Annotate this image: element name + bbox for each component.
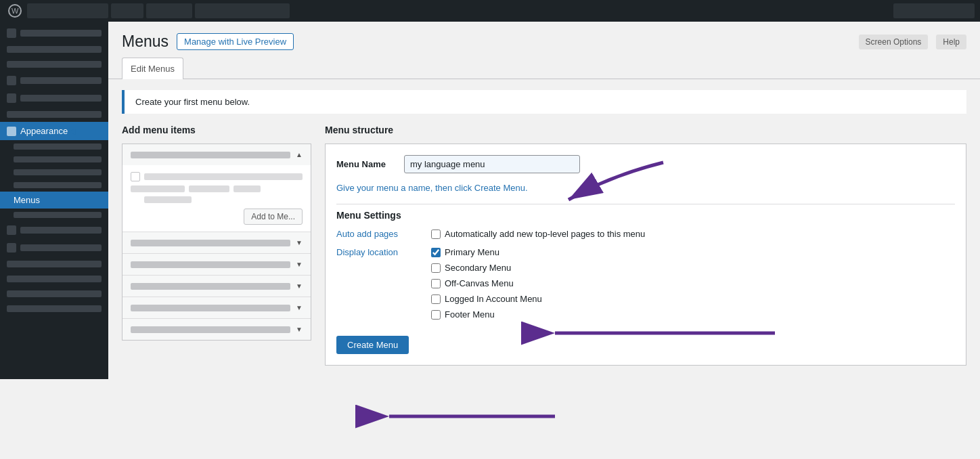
sidebar-icon-7 bbox=[7, 225, 16, 235]
sub-label-3 bbox=[14, 169, 102, 175]
location-offcanvas-row: Off-Canvas Menu bbox=[431, 278, 542, 288]
location-footer-row: Footer Menu bbox=[431, 309, 542, 320]
location-loggedin-row: Logged In Account Menu bbox=[431, 294, 542, 304]
collapse-arrow: ◀ bbox=[69, 127, 75, 136]
accordion-arrow-4: ▼ bbox=[296, 282, 303, 290]
accordion-arrow-2: ▼ bbox=[296, 239, 303, 246]
add-menu-title: Add menu items bbox=[122, 125, 311, 135]
sidebar-item-5[interactable] bbox=[0, 89, 108, 107]
acc1-sub4 bbox=[144, 196, 192, 203]
screen-options-button[interactable]: Screen Options bbox=[859, 35, 929, 49]
accordion-3: ▼ bbox=[122, 254, 311, 276]
sidebar-label-8 bbox=[20, 244, 102, 251]
hint-text: Give your menu a name, then click Create… bbox=[336, 183, 955, 193]
accordion-6: ▼ bbox=[122, 319, 311, 340]
location-footer-checkbox[interactable] bbox=[431, 310, 441, 320]
display-location-label: Display location bbox=[336, 247, 431, 257]
sidebar-sub-5[interactable] bbox=[0, 209, 108, 221]
notice-text: Create your first menu below. bbox=[135, 97, 250, 107]
left-panel: Add menu items ▲ bbox=[122, 125, 311, 366]
accordion-header-2[interactable]: ▼ bbox=[122, 232, 311, 253]
acc1-sub3 bbox=[233, 185, 261, 192]
auto-add-checkbox[interactable] bbox=[431, 230, 441, 239]
sidebar-icon-1 bbox=[7, 28, 16, 38]
accordion-header-1[interactable]: ▲ bbox=[122, 144, 311, 165]
accordion-5: ▼ bbox=[122, 297, 311, 319]
sidebar-item-appearance[interactable]: Appearance ◀ bbox=[0, 122, 108, 140]
sidebar-item-6[interactable] bbox=[0, 107, 108, 122]
sidebar-label-9 bbox=[7, 261, 102, 267]
location-secondary-checkbox[interactable] bbox=[431, 263, 441, 273]
sidebar-item-2[interactable] bbox=[0, 42, 108, 57]
wp-logo[interactable]: W bbox=[5, 1, 24, 20]
sub-label-4 bbox=[14, 182, 102, 188]
notice-banner: Create your first menu below. bbox=[122, 90, 966, 114]
sidebar-item-12[interactable] bbox=[0, 301, 108, 316]
content-area: Menus Manage with Live Preview Screen Op… bbox=[108, 22, 980, 379]
svg-text:W: W bbox=[12, 7, 19, 15]
accordion-4: ▼ bbox=[122, 276, 311, 297]
location-offcanvas-label: Off-Canvas Menu bbox=[445, 278, 514, 288]
main-layout: Appearance ◀ Menus bbox=[0, 22, 980, 379]
sidebar-item-1[interactable] bbox=[0, 24, 108, 42]
menu-name-input[interactable] bbox=[404, 155, 580, 173]
auto-add-row: Auto add pages Automatically add new top… bbox=[336, 229, 955, 239]
appearance-label: Appearance bbox=[20, 126, 68, 136]
location-loggedin-label: Logged In Account Menu bbox=[445, 294, 542, 304]
location-secondary-label: Secondary Menu bbox=[445, 263, 511, 273]
accordion-header-3[interactable]: ▼ bbox=[122, 254, 311, 275]
sidebar-item-9[interactable] bbox=[0, 257, 108, 271]
menus-label: Menus bbox=[14, 195, 40, 205]
admin-bar: W bbox=[0, 0, 980, 22]
admin-bar-user[interactable] bbox=[893, 3, 975, 18]
sidebar-item-4[interactable] bbox=[0, 72, 108, 89]
acc1-check1[interactable] bbox=[131, 172, 140, 181]
page-title: Menus bbox=[122, 32, 169, 51]
acc1-sub2 bbox=[189, 185, 229, 192]
add-menu-items-panel: ▲ bbox=[122, 144, 311, 341]
sidebar-sub-3[interactable] bbox=[0, 166, 108, 179]
sidebar-item-8[interactable] bbox=[0, 239, 108, 257]
sidebar-sub-1[interactable] bbox=[0, 140, 108, 153]
add-to-menu-button[interactable]: Add to Me... bbox=[244, 209, 303, 225]
create-menu-button[interactable]: Create Menu bbox=[336, 336, 409, 354]
admin-bar-new[interactable] bbox=[195, 3, 290, 18]
display-location-control: Primary Menu Secondary Menu Off-Canvas M… bbox=[431, 247, 542, 320]
sidebar-item-10[interactable] bbox=[0, 271, 108, 286]
sidebar-label-10 bbox=[7, 276, 102, 282]
sidebar-label-5 bbox=[20, 95, 102, 102]
sidebar-label-3 bbox=[7, 61, 102, 68]
accordion-header-4[interactable]: ▼ bbox=[122, 276, 311, 297]
sidebar-sub-2[interactable] bbox=[0, 153, 108, 166]
location-offcanvas-checkbox[interactable] bbox=[431, 279, 441, 288]
right-panel: Menu structure Menu Name Give your menu … bbox=[325, 125, 966, 366]
sidebar-label-12 bbox=[7, 305, 102, 312]
sidebar-menus[interactable]: Menus bbox=[0, 192, 108, 209]
auto-add-checkbox-row: Automatically add new top-level pages to… bbox=[431, 229, 645, 239]
menu-structure-panel: Menu Name Give your menu a name, then cl… bbox=[325, 144, 966, 366]
auto-add-control: Automatically add new top-level pages to… bbox=[431, 229, 645, 239]
admin-bar-comments[interactable] bbox=[146, 3, 192, 18]
sidebar-item-7[interactable] bbox=[0, 221, 108, 239]
location-loggedin-checkbox[interactable] bbox=[431, 294, 441, 304]
menu-name-row: Menu Name bbox=[336, 155, 955, 173]
tabs-bar: Edit Menus bbox=[108, 58, 980, 79]
sidebar-icon-8 bbox=[7, 243, 16, 253]
tab-edit-menus[interactable]: Edit Menus bbox=[122, 58, 183, 79]
sidebar-icon-5 bbox=[7, 93, 16, 103]
sidebar-item-3[interactable] bbox=[0, 57, 108, 72]
accordion-header-5[interactable]: ▼ bbox=[122, 297, 311, 318]
help-button[interactable]: Help bbox=[936, 35, 966, 49]
sub-label-1 bbox=[14, 144, 102, 150]
sidebar-sub-4[interactable] bbox=[0, 179, 108, 192]
accordion-header-6[interactable]: ▼ bbox=[122, 319, 311, 340]
accordion-bar-4 bbox=[131, 283, 290, 290]
admin-bar-site[interactable] bbox=[27, 3, 108, 18]
location-primary-checkbox[interactable] bbox=[431, 248, 441, 257]
admin-bar-updates[interactable] bbox=[111, 3, 143, 18]
live-preview-button[interactable]: Manage with Live Preview bbox=[177, 33, 294, 50]
auto-add-label: Auto add pages bbox=[336, 229, 431, 239]
sidebar-item-11[interactable] bbox=[0, 286, 108, 301]
sidebar-label-1 bbox=[20, 30, 102, 37]
sidebar-label-2 bbox=[7, 46, 102, 53]
